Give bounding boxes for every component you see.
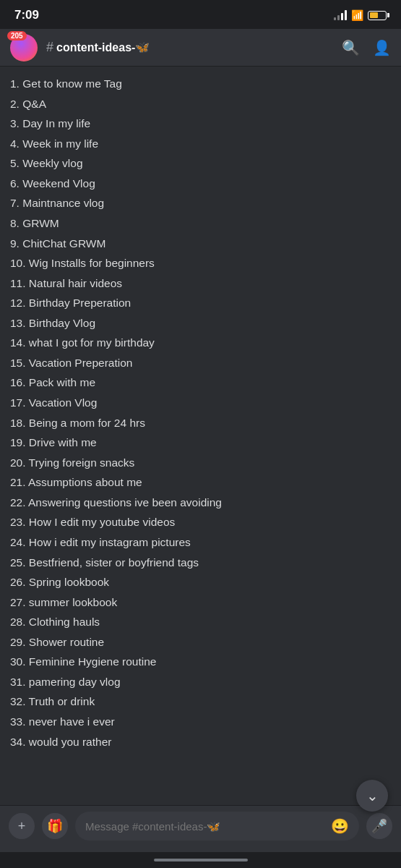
list-item: 26. Spring lookbook bbox=[10, 572, 391, 592]
list-item: 2. Q&A bbox=[10, 94, 391, 114]
gift-button[interactable]: 🎁 bbox=[42, 813, 68, 839]
status-time: 7:09 bbox=[14, 8, 39, 22]
message-area: 1. Get to know me Tag2. Q&A3. Day In my … bbox=[0, 67, 401, 805]
list-item: 29. Shower routine bbox=[10, 632, 391, 652]
message-input-wrapper[interactable]: 😀 bbox=[75, 812, 359, 841]
members-icon[interactable]: 👤 bbox=[373, 39, 391, 56]
home-indicator bbox=[0, 852, 401, 868]
list-item: 15. Vacation Preperation bbox=[10, 353, 391, 373]
list-item: 5. Weekly vlog bbox=[10, 153, 391, 174]
home-bar bbox=[154, 859, 248, 861]
list-item: 23. How I edit my youtube videos bbox=[10, 512, 391, 532]
microphone-button[interactable]: 🎤 bbox=[366, 813, 392, 839]
header-actions: 🔍 👤 bbox=[342, 39, 391, 56]
list-item: 14. what I got for my birthday bbox=[10, 333, 391, 353]
input-bar: + 🎁 😀 🎤 bbox=[0, 805, 401, 852]
list-item: 33. never have i ever bbox=[10, 712, 391, 732]
list-item: 21. Assumptions about me bbox=[10, 472, 391, 493]
list-item: 19. Drive with me bbox=[10, 433, 391, 453]
channel-name-text: content-ideas-🦋 bbox=[56, 41, 150, 54]
signal-icon bbox=[334, 10, 347, 20]
list-item: 10. Wig Installs for beginners bbox=[10, 253, 391, 273]
message-input[interactable] bbox=[85, 820, 325, 833]
avatar-wrapper[interactable]: 205 bbox=[10, 34, 38, 61]
battery-icon bbox=[368, 11, 387, 20]
list-item: 12. Birthday Preperation bbox=[10, 293, 391, 313]
status-bar: 7:09 📶 bbox=[0, 0, 401, 29]
status-icons: 📶 bbox=[334, 9, 387, 21]
add-button[interactable]: + bbox=[9, 813, 35, 839]
list-item: 25. Bestfriend, sister or boyfriend tags bbox=[10, 553, 391, 573]
list-item: 13. Birthday Vlog bbox=[10, 313, 391, 333]
channel-header: 205 # content-ideas-🦋 🔍 👤 bbox=[0, 29, 401, 67]
hash-icon: # bbox=[46, 40, 53, 55]
list-item: 28. Clothing hauls bbox=[10, 612, 391, 632]
list-item: 3. Day In my life bbox=[10, 114, 391, 134]
list-item: 22. Answering questions ive been avoidin… bbox=[10, 493, 391, 513]
list-item: 32. Truth or drink bbox=[10, 692, 391, 712]
list-item: 18. Being a mom for 24 hrs bbox=[10, 413, 391, 433]
list-item: 6. Weekend Vlog bbox=[10, 174, 391, 194]
list-item: 17. Vacation Vlog bbox=[10, 393, 391, 413]
content-list: 1. Get to know me Tag2. Q&A3. Day In my … bbox=[10, 74, 391, 752]
list-item: 4. Week in my life bbox=[10, 134, 391, 154]
list-item: 7. Maintnance vlog bbox=[10, 193, 391, 213]
list-item: 24. How i edit my instagram pictures bbox=[10, 532, 391, 553]
list-item: 34. would you rather bbox=[10, 732, 391, 752]
channel-name: # content-ideas-🦋 bbox=[46, 40, 342, 55]
search-icon[interactable]: 🔍 bbox=[342, 39, 360, 56]
list-item: 27. summer lookbook bbox=[10, 592, 391, 613]
list-item: 9. ChitChat GRWM bbox=[10, 234, 391, 254]
wifi-icon: 📶 bbox=[351, 9, 363, 21]
list-item: 8. GRWM bbox=[10, 213, 391, 234]
list-item: 31. pamering day vlog bbox=[10, 672, 391, 692]
scroll-to-bottom-button[interactable]: ⌄ bbox=[356, 780, 388, 812]
list-item: 11. Natural hair videos bbox=[10, 273, 391, 294]
unread-badge: 205 bbox=[7, 31, 27, 41]
list-item: 20. Trying foreign snacks bbox=[10, 453, 391, 473]
list-item: 1. Get to know me Tag bbox=[10, 74, 391, 94]
list-item: 16. Pack with me bbox=[10, 373, 391, 393]
chevron-down-icon: ⌄ bbox=[366, 787, 379, 804]
list-item: 30. Feminine Hygiene routine bbox=[10, 652, 391, 672]
emoji-button[interactable]: 😀 bbox=[331, 817, 349, 835]
